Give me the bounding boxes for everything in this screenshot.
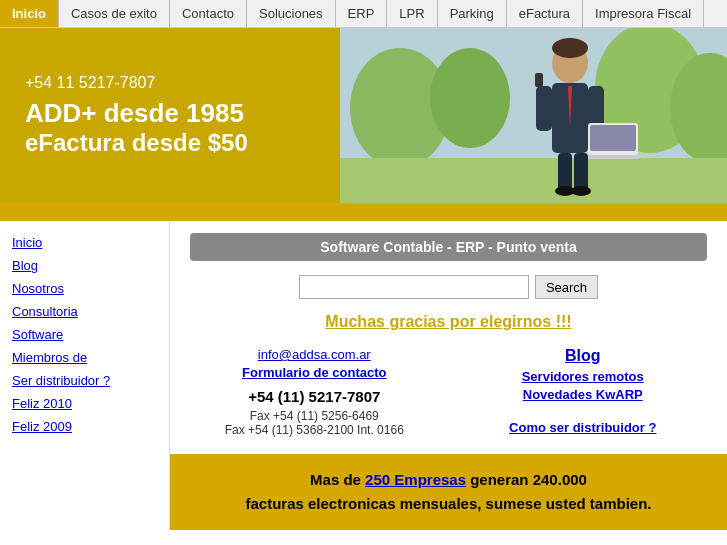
svg-point-19 (552, 38, 588, 58)
nav-item-parking[interactable]: Parking (438, 0, 507, 27)
contact-phone: +54 (11) 5217-7807 (190, 388, 439, 405)
gold-separator-bar (0, 203, 727, 221)
hero-tagline1: ADD+ desde 1985 (25, 98, 315, 129)
hero-tagline2: eFactura desde $50 (25, 129, 315, 157)
sidebar-item-software[interactable]: Software (0, 323, 169, 346)
hero-left-panel: +54 11 5217-7807 ADD+ desde 1985 eFactur… (0, 28, 340, 203)
svg-rect-14 (586, 155, 640, 159)
banner-prefix: Mas de (310, 471, 365, 488)
banner-text-line1: Mas de 250 Empresas generan 240.000 (190, 468, 707, 492)
nav-item-inicio[interactable]: Inicio (0, 0, 59, 27)
svg-rect-13 (590, 125, 636, 151)
nav-item-lpr[interactable]: LPR (387, 0, 437, 27)
banner-highlight[interactable]: 250 Empresas (365, 471, 466, 488)
nav-item-impresora-fiscal[interactable]: Impresora Fiscal (583, 0, 704, 27)
sidebar-item-blog[interactable]: Blog (0, 254, 169, 277)
blog-link[interactable]: Blog (459, 347, 708, 365)
contact-form-link[interactable]: Formulario de contacto (190, 365, 439, 380)
info-left-column: info@addsa.com.ar Formulario de contacto… (190, 347, 439, 438)
nav-item-erp[interactable]: ERP (336, 0, 388, 27)
hero-section: +54 11 5217-7807 ADD+ desde 1985 eFactur… (0, 28, 727, 203)
sidebar-item-nosotros[interactable]: Nosotros (0, 277, 169, 300)
servidores-link[interactable]: Servidores remotos (459, 369, 708, 384)
top-navigation: InicioCasos de exitoContactoSolucionesER… (0, 0, 727, 28)
banner-number: 240.000 (533, 471, 587, 488)
search-row: Search (190, 275, 707, 299)
banner-text-line2: facturas electronicas mensuales, sumese … (190, 492, 707, 516)
search-button[interactable]: Search (535, 275, 598, 299)
email-link[interactable]: info@addsa.com.ar (190, 347, 439, 362)
sidebar-item-consultoria[interactable]: Consultoria (0, 300, 169, 323)
info-right-column: Blog Servidores remotos Novedades KwARP … (459, 347, 708, 438)
svg-rect-5 (340, 158, 727, 203)
banner-middle: generan (466, 471, 533, 488)
sidebar-item-feliz-2009[interactable]: Feliz 2009 (0, 415, 169, 438)
info-columns: info@addsa.com.ar Formulario de contacto… (190, 347, 707, 438)
svg-point-2 (430, 48, 510, 148)
main-layout: InicioBlogNosotrosConsultoriaSoftwareMie… (0, 221, 727, 530)
hero-photo (340, 28, 727, 203)
novedades-link[interactable]: Novedades KwARP (459, 387, 708, 402)
fax-line1: Fax +54 (11) 5256-6469 (190, 409, 439, 423)
sc-banner: Software Contable - ERP - Punto venta (190, 233, 707, 261)
nav-item-soluciones[interactable]: Soluciones (247, 0, 336, 27)
sidebar-item-inicio[interactable]: Inicio (0, 231, 169, 254)
svg-rect-11 (535, 73, 543, 87)
sidebar-item-ser-distribuidor-[interactable]: Ser distribuidor ? (0, 369, 169, 392)
fax-line2: Fax +54 (11) 5368-2100 Int. 0166 (190, 423, 439, 437)
hero-phone: +54 11 5217-7807 (25, 74, 315, 92)
sidebar: InicioBlogNosotrosConsultoriaSoftwareMie… (0, 221, 170, 530)
distribuidor-link[interactable]: Como ser distribuidor ? (459, 420, 708, 435)
thanks-message: Muchas gracias por elegirnos !!! (190, 313, 707, 331)
sidebar-item-feliz-2010[interactable]: Feliz 2010 (0, 392, 169, 415)
hero-photo-area (340, 28, 727, 203)
nav-item-casos-de-exito[interactable]: Casos de exito (59, 0, 170, 27)
bottom-banner: Mas de 250 Empresas generan 240.000 fact… (170, 454, 727, 530)
svg-point-18 (571, 186, 591, 196)
svg-rect-9 (536, 86, 552, 131)
nav-item-efactura[interactable]: eFactura (507, 0, 583, 27)
nav-item-contacto[interactable]: Contacto (170, 0, 247, 27)
search-input[interactable] (299, 275, 529, 299)
sidebar-item-miembros-de[interactable]: Miembros de (0, 346, 169, 369)
content-area: Software Contable - ERP - Punto venta Se… (170, 221, 727, 530)
